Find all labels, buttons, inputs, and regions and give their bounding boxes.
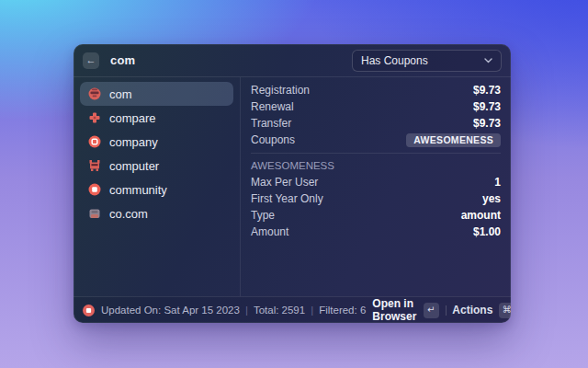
detail-value: $1.00 [473,225,501,238]
list-item-community[interactable]: community [80,178,233,201]
detail-row-renewal: Renewal $9.73 [251,98,501,115]
status-text: Updated On: Sat Apr 15 2023 | Total: 259… [101,305,366,316]
status-separator: | [245,305,248,316]
status-updated-on: Updated On: Sat Apr 15 2023 [101,305,240,316]
detail-row-max-per-user: Max Per User 1 [251,174,501,190]
community-favicon-icon [88,183,101,196]
footer-bar: Updated On: Sat Apr 15 2023 | Total: 259… [74,296,511,323]
section-header-row: AWESOMENESS [251,157,501,174]
header-bar: ← com Has Coupons [74,44,511,77]
detail-label: Coupons [251,133,295,146]
detail-value: $9.73 [473,117,501,130]
detail-label: Transfer [251,117,291,130]
detail-panel: Registration $9.73 Renewal $9.73 Transfe… [241,77,511,296]
detail-row-amount: Amount $1.00 [251,224,501,240]
detail-label: Registration [251,84,310,97]
list-item-company[interactable]: company [80,130,233,154]
open-in-browser-label: Open in Browser [372,297,416,323]
detail-label: First Year Only [251,192,323,205]
detail-label: Type [251,209,275,222]
content-area: com compare company [74,77,511,296]
chevron-down-icon [484,58,492,63]
section-divider [251,153,501,154]
company-favicon-icon [88,135,101,148]
list-item-label: com [109,87,132,101]
list-item-label: company [109,135,158,149]
detail-value: amount [461,209,501,222]
footer-divider [446,305,447,316]
command-key-icon: ⌘ [499,303,511,318]
status-filtered: Filtered: 6 [319,305,366,316]
back-button[interactable]: ← [83,52,99,69]
detail-row-transfer: Transfer $9.73 [251,115,501,132]
compare-favicon-icon [88,111,101,124]
detail-label: Amount [251,225,288,238]
actions-button[interactable]: Actions ⌘ K [452,303,511,318]
detail-value: yes [482,192,501,205]
back-arrow-icon: ← [86,55,96,65]
cocom-favicon-icon [88,207,101,220]
page-title: com [110,53,135,67]
list-item-label: co.com [109,207,148,221]
detail-row-first-year-only: First Year Only yes [251,190,501,207]
actions-label: Actions [452,304,492,316]
desktop-background: ← com Has Coupons com [0,0,588,368]
footer-actions: Open in Browser ↵ Actions ⌘ K [372,297,511,323]
list-item-compare[interactable]: compare [80,106,233,130]
domain-list: com compare company [74,77,240,296]
detail-row-type: Type amount [251,207,501,224]
detail-row-registration: Registration $9.73 [251,82,501,98]
list-item-computer[interactable]: computer [80,154,233,178]
detail-value: 1 [494,176,501,189]
list-item-label: community [109,183,167,197]
status-separator: | [311,305,313,316]
com-favicon-icon [88,87,101,100]
list-item-label: compare [109,111,156,125]
list-item-co-com[interactable]: co.com [80,201,233,225]
filter-dropdown-value: Has Coupons [361,54,428,67]
detail-row-coupons: Coupons AWESOMENESS [251,132,501,148]
coupon-badge: AWESOMENESS [406,133,501,147]
status-total: Total: 2591 [254,305,305,316]
detail-value: $9.73 [473,84,501,97]
section-header: AWESOMENESS [251,160,334,171]
return-key-icon: ↵ [424,303,439,318]
list-item-com[interactable]: com [80,82,233,106]
extension-icon [83,305,95,316]
app-window: ← com Has Coupons com [74,44,511,323]
list-item-label: computer [109,159,159,173]
filter-dropdown[interactable]: Has Coupons [352,50,502,72]
detail-label: Max Per User [251,176,318,189]
detail-label: Renewal [251,100,294,113]
computer-favicon-icon [88,159,101,172]
detail-value: $9.73 [473,100,501,113]
open-in-browser-button[interactable]: Open in Browser ↵ [372,297,438,323]
